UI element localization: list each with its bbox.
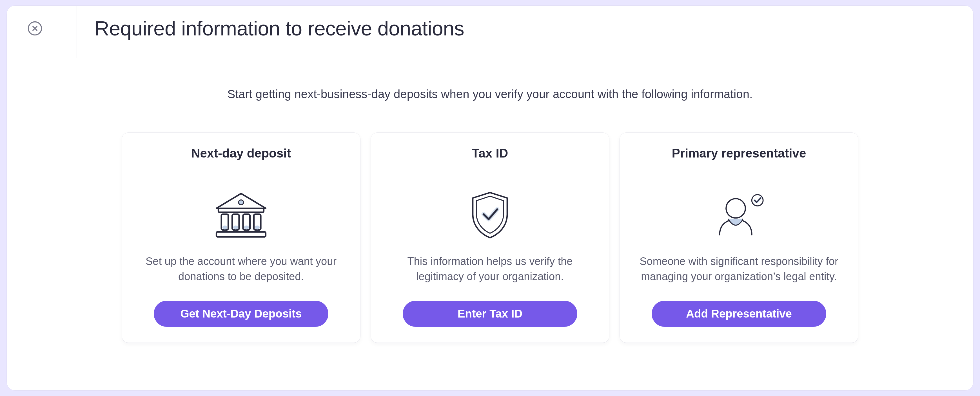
svg-rect-5 — [218, 208, 264, 212]
close-icon — [27, 21, 43, 36]
card-body: Set up the account where you want your d… — [122, 174, 360, 342]
shield-check-icon — [466, 189, 514, 242]
card-title: Primary representative — [620, 133, 858, 174]
add-representative-button[interactable]: Add Representative — [652, 301, 826, 327]
card-body: Someone with significant responsibility … — [620, 174, 858, 342]
person-verified-icon — [711, 189, 767, 242]
svg-point-10 — [223, 226, 228, 230]
intro-text: Start getting next-business-day deposits… — [68, 87, 912, 101]
card-tax-id: Tax ID This information helps us verify … — [371, 133, 609, 343]
svg-point-11 — [233, 226, 238, 230]
bank-icon — [212, 189, 270, 242]
svg-point-15 — [726, 198, 745, 218]
card-title: Tax ID — [371, 133, 609, 174]
card-desc: Someone with significant responsibility … — [638, 254, 840, 288]
card-body: This information helps us verify the leg… — [371, 174, 609, 342]
card-desc: Set up the account where you want your d… — [140, 254, 342, 288]
svg-point-13 — [255, 226, 260, 230]
card-row: Next-day deposit — [7, 133, 973, 343]
get-next-day-deposits-button[interactable]: Get Next-Day Deposits — [154, 301, 328, 327]
enter-tax-id-button[interactable]: Enter Tax ID — [403, 301, 577, 327]
card-next-day-deposit: Next-day deposit — [122, 133, 360, 343]
card-primary-representative: Primary representative Someone with sign… — [620, 133, 858, 343]
modal-header: Required information to receive donation… — [7, 6, 973, 58]
card-title: Next-day deposit — [122, 133, 360, 174]
svg-rect-14 — [216, 232, 266, 237]
page-title: Required information to receive donation… — [78, 17, 464, 40]
modal-sheet: Required information to receive donation… — [7, 6, 973, 390]
card-desc: This information helps us verify the leg… — [389, 254, 591, 288]
close-button[interactable] — [27, 20, 43, 37]
header-divider — [76, 6, 77, 58]
svg-point-4 — [239, 200, 243, 205]
svg-point-12 — [244, 226, 249, 230]
close-cell — [27, 20, 60, 37]
